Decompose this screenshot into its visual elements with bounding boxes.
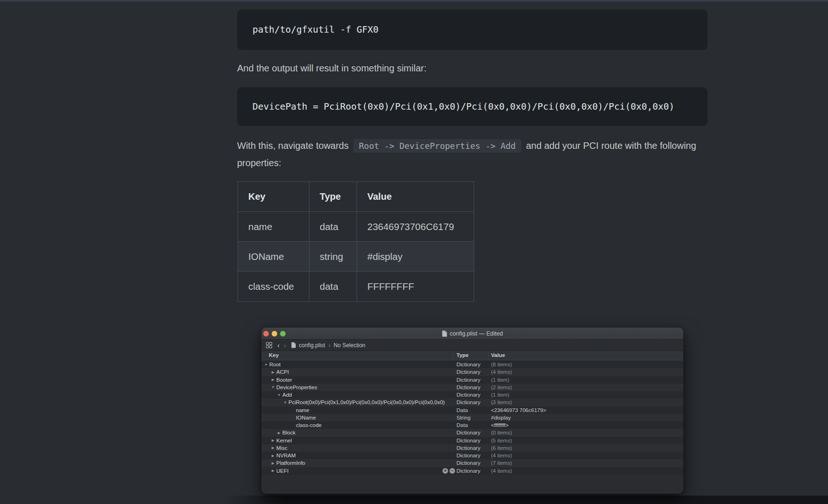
zoom-window-icon[interactable]: [280, 331, 286, 336]
breadcrumb-separator-icon: ›: [329, 342, 330, 349]
plist-value: <ffffffff>: [491, 422, 509, 428]
close-window-icon[interactable]: [263, 331, 269, 336]
plist-row-root[interactable]: Root Dictionary (8 items): [261, 361, 683, 368]
disclosure-triangle-icon[interactable]: [271, 385, 275, 389]
plist-key: ACPI: [276, 369, 289, 375]
plist-row-classcode[interactable]: class-code Data <ffffffff>: [261, 421, 683, 429]
plist-row-misc[interactable]: Misc Dictionary (6 items): [261, 444, 683, 452]
jump-bar: ‹ › config.plist › No Selection: [261, 340, 683, 351]
disclosure-triangle-icon[interactable]: [277, 393, 281, 397]
plist-key: UEFI: [276, 468, 288, 474]
back-icon[interactable]: ‹: [277, 342, 280, 349]
document-icon: [442, 330, 447, 337]
plist-type: Dictionary: [456, 369, 480, 375]
code-block-devicepath: DevicePath = PciRoot(0x0)/Pci(0x1,0x0)/P…: [237, 87, 708, 126]
table-cell-key: class-code: [238, 272, 309, 301]
table-cell-value: 23646973706C6179: [357, 212, 474, 242]
plist-value: (4 items): [491, 468, 512, 474]
plist-row-uefi[interactable]: UEFI + − Dictionary (4 items): [261, 467, 683, 475]
plist-row-nvram[interactable]: NVRAM Dictionary (4 items): [261, 452, 683, 459]
plist-value: (1 item): [491, 392, 509, 398]
breadcrumb-selection[interactable]: No Selection: [334, 342, 365, 349]
table-cell-key: IOName: [238, 242, 309, 272]
plist-key: Misc: [276, 445, 288, 451]
disclosure-triangle-icon[interactable]: [277, 431, 281, 435]
disclosure-triangle-icon[interactable]: [271, 370, 275, 374]
properties-table: Key Type Value name data 23646973706C617…: [238, 182, 474, 302]
plist-type: Dictionary: [456, 362, 480, 367]
disclosure-triangle-icon[interactable]: [271, 469, 275, 473]
disclosure-triangle-icon[interactable]: [271, 454, 275, 458]
plist-value: (4 items): [491, 453, 512, 458]
remove-row-button[interactable]: −: [449, 468, 455, 474]
column-value[interactable]: Value: [491, 352, 505, 358]
plist-row-ioname[interactable]: IOName String #display: [261, 414, 683, 421]
code-text: path/to/gfxutil -f GFX0: [253, 24, 379, 35]
disclosure-triangle-icon[interactable]: [271, 378, 275, 382]
disclosure-triangle-icon[interactable]: [283, 400, 288, 405]
plist-value: (4 items): [491, 369, 512, 375]
plist-key: NVRAM: [276, 453, 296, 458]
disclosure-triangle-icon[interactable]: [264, 363, 268, 367]
code-block-gfxutil: path/to/gfxutil -f GFX0: [237, 9, 708, 50]
plist-type: Dictionary: [456, 399, 480, 405]
related-items-icon[interactable]: [266, 342, 273, 349]
minimize-window-icon[interactable]: [272, 331, 277, 336]
plist-row-add[interactable]: Add Dictionary (1 item): [261, 391, 683, 399]
table-cell-value: FFFFFFFF: [357, 272, 474, 301]
plist-value: (0 items): [491, 430, 512, 435]
table-cell-value: #display: [357, 242, 474, 272]
column-key[interactable]: Key: [269, 352, 279, 358]
plist-value: (8 items): [491, 362, 512, 367]
plist-row-block[interactable]: Block Dictionary (0 items): [261, 429, 683, 436]
paragraph-output-intro: And the output will result in something …: [237, 62, 427, 74]
next-section-edge: [224, 496, 828, 504]
table-cell-type: data: [309, 272, 357, 301]
plist-value: (2 items): [491, 385, 512, 390]
plist-row-name[interactable]: name Data <23646973 706c6179>: [261, 406, 683, 414]
plist-value: (1 item): [491, 377, 509, 383]
plist-type: Dictionary: [456, 377, 480, 383]
table-cell-type: data: [309, 212, 357, 242]
plist-key: PciRoot(0x0)/Pci(0x1,0x0)/Pci(0x0,0x0)/P…: [288, 399, 445, 405]
inline-code-path: Root -> DeviceProperties -> Add: [353, 139, 521, 153]
plist-row-platforminfo[interactable]: PlatformInfo Dictionary (7 items): [261, 459, 683, 467]
window-titlebar[interactable]: config.plist — Edited: [261, 328, 683, 340]
plist-value: #display: [491, 415, 511, 420]
plist-value: (5 items): [491, 438, 512, 443]
column-divider[interactable]: [488, 351, 489, 360]
paragraph-text-before: With this, navigate towards: [237, 140, 349, 151]
plist-column-header: Key Type Value: [261, 351, 683, 360]
disclosure-triangle-icon[interactable]: [271, 438, 275, 442]
breadcrumb-file[interactable]: config.plist: [299, 342, 325, 349]
plist-key: DeviceProperties: [276, 385, 317, 390]
plist-key: PlatformInfo: [276, 460, 305, 466]
plist-row-booter[interactable]: Booter Dictionary (1 item): [261, 376, 683, 384]
column-divider[interactable]: [453, 351, 453, 360]
plist-value: (6 items): [491, 445, 512, 451]
forward-icon[interactable]: ›: [284, 342, 286, 349]
table-header-value: Value: [357, 182, 474, 212]
plist-row-deviceproperties[interactable]: DeviceProperties Dictionary (2 items): [261, 384, 683, 391]
plist-type: Dictionary: [456, 438, 480, 443]
plist-type: Dictionary: [456, 453, 480, 458]
plist-row-acpi[interactable]: ACPI Dictionary (4 items): [261, 368, 683, 376]
top-divider: [0, 0, 828, 2]
add-row-button[interactable]: +: [442, 468, 448, 474]
disclosure-triangle-icon[interactable]: [271, 446, 275, 450]
disclosure-triangle-icon[interactable]: [271, 461, 275, 465]
document-icon: [291, 342, 296, 348]
column-type[interactable]: Type: [456, 352, 469, 358]
plist-row-kernel[interactable]: Kernel Dictionary (5 items): [261, 437, 683, 444]
plist-row-pciroot[interactable]: PciRoot(0x0)/Pci(0x1,0x0)/Pci(0x0,0x0)/P…: [261, 399, 683, 406]
plist-key: class-code: [296, 422, 322, 428]
table-cell-type: string: [309, 242, 357, 272]
plist-type: Dictionary: [456, 392, 480, 398]
plist-type: Dictionary: [456, 385, 480, 390]
plist-key: Root: [269, 362, 281, 367]
table-header-type: Type: [309, 182, 357, 212]
documentation-page: path/to/gfxutil -f GFX0 And the output w…: [0, 0, 828, 504]
plist-value: <23646973 706c6179>: [491, 407, 546, 413]
plist-type: Data: [456, 422, 468, 428]
plist-type: Dictionary: [456, 430, 480, 435]
